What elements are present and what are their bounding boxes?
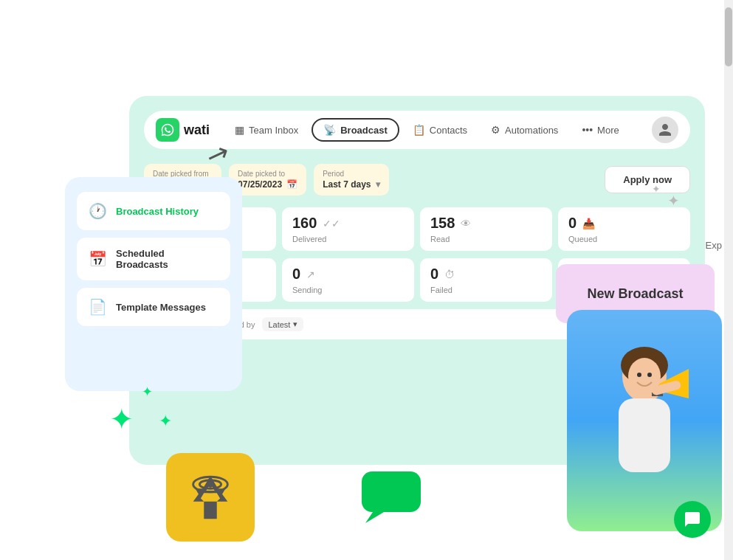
stat-queued: 0 📥 Queued	[558, 207, 690, 251]
period-value: Last 7 days ▾	[323, 179, 379, 190]
sidebar-item-broadcast-history[interactable]: 🕐 Broadcast History	[77, 192, 230, 230]
new-broadcast-label: New Broadcast	[587, 286, 683, 302]
delivered-icon: ✓✓	[323, 218, 340, 229]
woman-with-megaphone	[567, 310, 722, 531]
stat-read: 158 👁 Read	[420, 207, 552, 251]
chat-fab-button[interactable]	[674, 501, 711, 538]
chevron-down-icon: ▾	[376, 179, 380, 190]
nav-label-automations: Automations	[505, 125, 558, 136]
date-to-label: Date picked to	[238, 170, 297, 178]
logo-text: wati	[184, 122, 210, 138]
sparkle-small-1: ✦	[142, 384, 153, 400]
scrollbar[interactable]	[724, 0, 733, 560]
nav-label-team-inbox: Team Inbox	[249, 125, 298, 136]
sidebar-template-label: Template Messages	[116, 302, 206, 313]
sidebar-item-template-messages[interactable]: 📄 Template Messages	[77, 288, 230, 326]
svg-point-0	[207, 481, 214, 488]
nav-label-broadcast: Broadcast	[340, 125, 388, 136]
nav-item-contacts[interactable]: 📋 Contacts	[402, 120, 478, 140]
svg-rect-6	[619, 398, 670, 472]
sidebar-panel: 🕐 Broadcast History 📅 Scheduled Broadcas…	[65, 177, 242, 391]
stat-sending: 0 ↗ Sending	[282, 258, 414, 302]
sparkle-gray-2: ✦	[667, 192, 680, 210]
calendar-icon-to: 📅	[286, 179, 297, 190]
period-filter[interactable]: Period Last 7 days ▾	[314, 164, 388, 196]
nav-item-broadcast[interactable]: 📡 Broadcast	[312, 118, 399, 142]
queued-icon: 📥	[582, 218, 595, 229]
read-icon: 👁	[461, 218, 471, 229]
sidebar-broadcast-history-label: Broadcast History	[116, 206, 199, 217]
svg-rect-3	[362, 471, 421, 512]
chat-bubble	[362, 471, 428, 523]
sparkle-large: ✦	[109, 404, 134, 434]
team-inbox-icon: ▦	[235, 124, 244, 136]
scheduled-icon: 📅	[89, 250, 107, 268]
user-avatar[interactable]	[652, 117, 678, 143]
history-icon: 🕐	[89, 202, 107, 220]
more-icon: •••	[582, 124, 593, 136]
nav-label-more: More	[597, 125, 619, 136]
scrollbar-thumb[interactable]	[725, 7, 732, 66]
nav-label-contacts: Contacts	[430, 125, 467, 136]
nav-item-team-inbox[interactable]: ▦ Team Inbox	[224, 120, 309, 140]
automations-icon: ⚙	[491, 124, 500, 136]
contacts-icon: 📋	[413, 124, 425, 136]
logo: wati	[156, 118, 210, 142]
stat-failed: 0 ⏱ Failed	[420, 258, 552, 302]
logo-icon	[156, 118, 179, 142]
broadcast-icon: 📡	[323, 124, 336, 136]
sparkle-gray-1: ✦	[652, 183, 661, 195]
date-to-value: 07/25/2023 📅	[238, 179, 297, 190]
svg-point-13	[647, 373, 652, 377]
sort-dropdown[interactable]: Latest ▾	[262, 317, 303, 331]
stat-delivered: 160 ✓✓ Delivered	[282, 207, 414, 251]
svg-marker-4	[365, 512, 384, 523]
sidebar-item-scheduled-broadcasts[interactable]: 📅 Scheduled Broadcasts	[77, 238, 230, 280]
exp-text: Exp	[706, 240, 722, 251]
period-label: Period	[323, 170, 379, 178]
svg-point-11	[628, 358, 661, 395]
template-icon: 📄	[89, 298, 107, 316]
svg-point-12	[637, 373, 641, 377]
sparkle-small-2: ✦	[159, 412, 172, 431]
sending-icon: ↗	[306, 269, 315, 280]
sort-chevron-icon: ▾	[293, 319, 297, 329]
nav-item-automations[interactable]: ⚙ Automations	[481, 120, 568, 140]
failed-icon: ⏱	[444, 269, 455, 280]
apply-button[interactable]: Apply now	[605, 166, 690, 193]
tower-icon-container	[166, 453, 255, 542]
sidebar-scheduled-label: Scheduled Broadcasts	[116, 248, 218, 270]
nav-item-more[interactable]: ••• More	[571, 120, 629, 140]
